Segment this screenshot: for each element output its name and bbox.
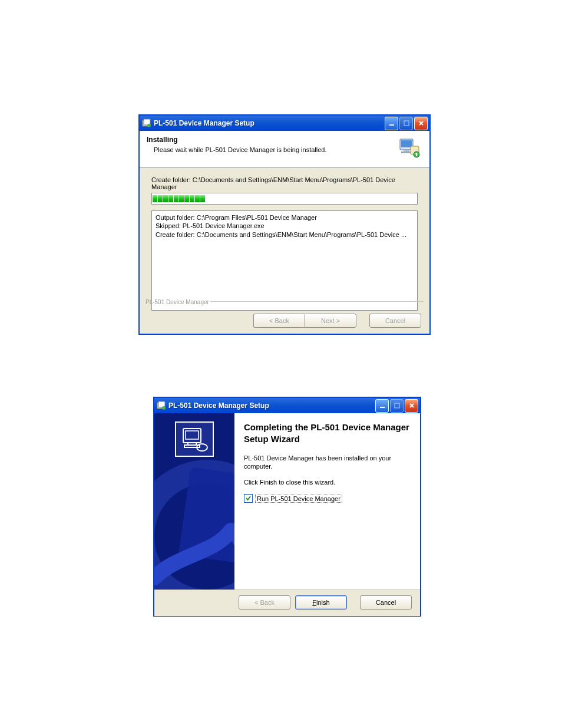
next-button: Next > — [305, 314, 356, 328]
window-title: PL-501 Device Manager Setup — [154, 119, 385, 127]
close-button[interactable] — [414, 117, 428, 130]
titlebar[interactable]: PL-501 Device Manager Setup — [154, 398, 420, 413]
status-line: Create folder: C:\Documents and Settings… — [151, 176, 418, 190]
progress-block — [153, 195, 157, 202]
minimize-button[interactable] — [385, 117, 398, 130]
log-line: Skipped: PL-501 Device Manager.exe — [156, 222, 414, 230]
svg-rect-4 — [404, 121, 409, 126]
cancel-button: Cancel — [369, 314, 421, 328]
header-area: Installing Please wait while PL-501 Devi… — [140, 131, 429, 168]
computer-install-icon — [398, 136, 421, 159]
svg-point-15 — [162, 406, 166, 410]
progress-block — [179, 195, 184, 202]
progress-block — [168, 195, 173, 202]
run-checkbox-row[interactable]: Run PL-501 Device Manager — [244, 494, 411, 503]
progress-block — [184, 195, 189, 202]
progress-block — [158, 195, 163, 202]
window-title: PL-501 Device Manager Setup — [168, 401, 375, 410]
log-line: Create folder: C:\Documents and Settings… — [156, 230, 414, 239]
wizard-text-2: Click Finish to close this wizard. — [244, 478, 411, 487]
finish-underline: F — [312, 599, 316, 606]
svg-rect-24 — [186, 431, 199, 439]
side-decor — [154, 460, 234, 589]
progress-block — [190, 195, 194, 202]
wizard-side-panel — [154, 413, 234, 589]
button-row: < Back Finish Cancel — [239, 595, 412, 610]
maximize-button — [399, 117, 413, 130]
close-button[interactable] — [405, 399, 418, 413]
install-body: Create folder: C:\Documents and Settings… — [140, 168, 429, 313]
progress-block — [174, 195, 178, 202]
installer-window-complete: PL-501 Device Manager Setup — [154, 397, 421, 616]
progress-block — [195, 195, 200, 202]
install-log: Output folder: C:\Program Files\PL-501 D… — [151, 210, 418, 311]
svg-rect-9 — [404, 150, 409, 151]
installer-window-installing: PL-501 Device Manager Setup Installing P… — [139, 115, 430, 334]
back-button: < Back — [253, 314, 305, 328]
progress-block — [200, 195, 205, 202]
installer-icon — [142, 118, 151, 128]
progress-bar — [151, 193, 418, 205]
installer-icon — [157, 401, 166, 410]
progress-block — [163, 195, 168, 202]
run-checkbox-label[interactable]: Run PL-501 Device Manager — [255, 495, 342, 503]
wizard-body: Completing the PL-501 Device Manager Set… — [154, 413, 420, 589]
finish-rest: inish — [316, 599, 330, 606]
back-button: < Back — [239, 595, 290, 610]
wizard-text-1: PL-501 Device Manager has been installed… — [244, 454, 411, 472]
wizard-main-panel: Completing the PL-501 Device Manager Set… — [234, 413, 420, 589]
finish-button[interactable]: Finish — [295, 595, 347, 610]
log-line: Output folder: C:\Program Files\PL-501 D… — [156, 213, 414, 222]
header-title: Installing — [147, 136, 422, 144]
header-subtitle: Please wait while PL-501 Device Manager … — [154, 146, 422, 153]
svg-rect-16 — [380, 407, 385, 408]
svg-rect-8 — [401, 140, 412, 147]
run-checkbox[interactable] — [244, 494, 253, 503]
svg-rect-17 — [395, 403, 399, 408]
wizard-bottom-bar: < Back Finish Cancel — [154, 589, 420, 616]
wizard-computer-icon — [175, 421, 214, 457]
footer-brand: PL-501 Device Manager — [146, 299, 209, 305]
svg-rect-3 — [389, 124, 394, 126]
maximize-button — [390, 399, 404, 413]
titlebar[interactable]: PL-501 Device Manager Setup — [140, 116, 429, 131]
svg-rect-10 — [401, 151, 412, 153]
cancel-button[interactable]: Cancel — [360, 595, 412, 610]
svg-point-2 — [147, 124, 151, 127]
button-row: < Back Next > Cancel — [253, 314, 421, 328]
footer-divider — [210, 301, 424, 302]
wizard-title: Completing the PL-501 Device Manager Set… — [244, 421, 411, 446]
minimize-button[interactable] — [375, 399, 389, 413]
